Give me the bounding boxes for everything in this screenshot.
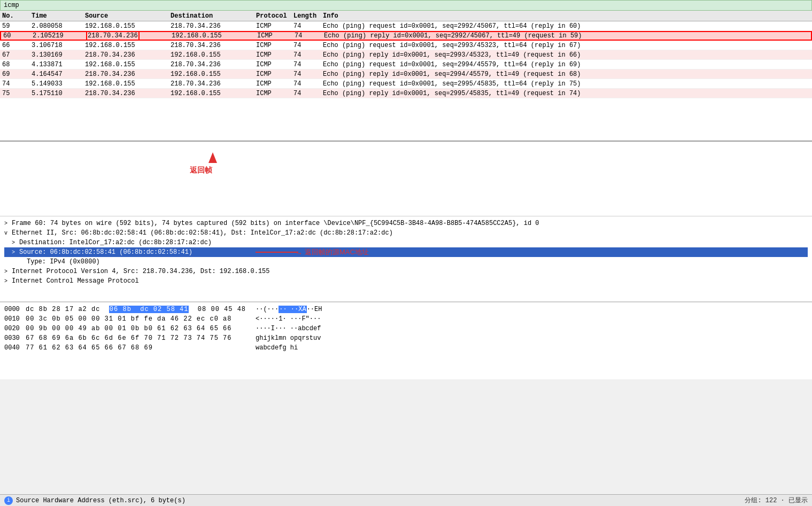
packet-dest: 218.70.34.236 [171, 42, 256, 49]
hex-bytes: dc 8b 28 17 a2 dc 06 8b dc 02 58 41 08 0… [26, 306, 250, 313]
packet-len: 74 [293, 80, 323, 88]
col-header-dest: Destination [171, 12, 256, 20]
expand-arrow[interactable]: > [4, 269, 12, 275]
packet-dest: 192.168.0.155 [171, 51, 256, 59]
expand-arrow[interactable]: > [12, 240, 19, 246]
hex-offset: 0030 [4, 334, 26, 342]
hex-rows: 0000 dc 8b 28 17 a2 dc 06 8b dc 02 58 41… [4, 305, 808, 353]
table-header: No. Time Source Destination Protocol Len… [0, 11, 812, 21]
packet-time: 4.164547 [32, 71, 85, 78]
packet-len: 74 [293, 22, 323, 30]
packet-dest: 218.70.34.236 [171, 80, 256, 88]
table-row[interactable]: 74 5.149033 192.168.0.155 218.70.34.236 … [0, 79, 812, 89]
packet-len: 74 [293, 61, 323, 68]
packet-rows: 59 2.080058 192.168.0.155 218.70.34.236 … [0, 21, 812, 98]
annotation-area: 返回帧 [0, 142, 812, 216]
detail-text: Ethernet II, Src: 06:8b:dc:02:58:41 (06:… [12, 229, 808, 237]
packet-len: 74 [293, 90, 323, 97]
packet-source: 192.168.0.155 [85, 22, 171, 30]
detail-row[interactable]: vEthernet II, Src: 06:8b:dc:02:58:41 (06… [4, 228, 808, 238]
hex-row: 0020 00 9b 00 00 49 ab 00 01 0b b0 61 62… [4, 324, 808, 333]
table-row[interactable]: 69 4.164547 218.70.34.236 192.168.0.155 … [0, 69, 812, 79]
detail-row[interactable]: >Source: 06:8b:dc:02:58:41 (06:8b:dc:02:… [4, 247, 808, 257]
detail-row[interactable]: >Frame 60: 74 bytes on wire (592 bits), … [4, 219, 808, 228]
packet-time: 2.080058 [32, 22, 85, 30]
hex-bytes: 77 61 62 63 64 65 66 67 68 69 [26, 344, 250, 352]
hex-offset: 0010 [4, 315, 26, 323]
col-header-time: Time [32, 12, 85, 20]
detail-panel: >Frame 60: 74 bytes on wire (592 bits), … [0, 216, 812, 302]
table-row[interactable]: 60 2.105219 218.70.34.236 192.168.0.155 … [0, 31, 812, 41]
packet-len: 74 [293, 51, 323, 59]
col-header-info: Info [323, 12, 810, 20]
annotation-container: 返回帧 [0, 142, 812, 216]
hex-ascii: ··(····· ··XA··EH [250, 306, 322, 313]
mac-annotation: →返回帧的源MAC地址 [256, 247, 369, 257]
col-header-no: No. [2, 12, 32, 20]
hex-offset: 0000 [4, 306, 26, 313]
hex-bytes: 00 3c 0b 05 00 00 31 01 bf fe da 46 22 e… [26, 315, 250, 323]
hex-row: 0010 00 3c 0b 05 00 00 31 01 bf fe da 46… [4, 314, 808, 324]
detail-rows: >Frame 60: 74 bytes on wire (592 bits), … [4, 219, 808, 286]
detail-text: Internet Control Message Protocol [12, 277, 808, 285]
status-bar: i Source Hardware Address (eth.src), 6 b… [0, 494, 812, 506]
expand-arrow[interactable]: v [4, 230, 12, 236]
packet-no: 68 [2, 61, 32, 68]
detail-row[interactable]: Type: IPv4 (0x0800) [4, 257, 808, 267]
packet-proto: ICMP [256, 90, 293, 97]
hex-row: 0000 dc 8b 28 17 a2 dc 06 8b dc 02 58 41… [4, 305, 808, 314]
expand-arrow[interactable]: > [12, 250, 19, 255]
hex-offset: 0040 [4, 344, 26, 352]
packet-dest: 218.70.34.236 [171, 61, 256, 68]
hex-ascii: <·····1· ···F"··· [250, 315, 321, 323]
packet-time: 5.149033 [32, 80, 85, 88]
packet-source: 218.70.34.236 [85, 71, 171, 78]
packet-proto: ICMP [256, 22, 293, 30]
packet-time: 3.130169 [32, 51, 85, 59]
table-row[interactable]: 68 4.133871 192.168.0.155 218.70.34.236 … [0, 60, 812, 69]
packet-no: 66 [2, 42, 32, 49]
packet-source: 192.168.0.155 [85, 42, 171, 49]
detail-row[interactable]: >Destination: IntelCor_17:a2:dc (dc:8b:2… [4, 238, 808, 247]
table-row[interactable]: 66 3.106718 192.168.0.155 218.70.34.236 … [0, 41, 812, 50]
packet-time: 3.106718 [32, 42, 85, 49]
hex-highlight: 06 8b dc 02 58 41 [109, 306, 189, 313]
table-row[interactable]: 75 5.175110 218.70.34.236 192.168.0.155 … [0, 89, 812, 98]
table-row[interactable]: 67 3.130169 218.70.34.236 192.168.0.155 … [0, 50, 812, 60]
expand-arrow[interactable]: > [4, 278, 12, 284]
hex-row: 0040 77 61 62 63 64 65 66 67 68 69 wabcd… [4, 343, 808, 353]
packet-dest: 192.168.0.155 [171, 71, 256, 78]
packet-list[interactable]: No. Time Source Destination Protocol Len… [0, 11, 812, 142]
packet-proto: ICMP [256, 80, 293, 88]
packet-no: 59 [2, 22, 32, 30]
packet-info: Echo (ping) request id=0x0001, seq=2995/… [323, 80, 810, 88]
packet-info: Echo (ping) request id=0x0001, seq=2994/… [323, 61, 810, 68]
hex-panel: 0000 dc 8b 28 17 a2 dc 06 8b dc 02 58 41… [0, 302, 812, 379]
detail-row[interactable]: >Internet Protocol Version 4, Src: 218.7… [4, 267, 808, 276]
detail-text: Internet Protocol Version 4, Src: 218.70… [12, 268, 808, 275]
arrow-up-icon [208, 152, 217, 163]
packet-proto: ICMP [256, 61, 293, 68]
source-highlight: 218.70.34.236 [86, 31, 140, 41]
detail-text: Source: 06:8b:dc:02:58:41 (06:8b:dc:02:5… [19, 248, 808, 256]
table-row[interactable]: 59 2.080058 192.168.0.155 218.70.34.236 … [0, 21, 812, 31]
col-header-source: Source [85, 12, 171, 20]
detail-row[interactable]: >Internet Control Message Protocol [4, 276, 808, 286]
packet-info: Echo (ping) request id=0x0001, seq=2993/… [323, 42, 810, 49]
packet-proto: ICMP [256, 71, 293, 78]
packet-no: 75 [2, 90, 32, 97]
expand-arrow[interactable]: > [4, 221, 12, 227]
title-text: icmp [4, 2, 19, 9]
packet-proto: ICMP [256, 42, 293, 49]
col-header-len: Length [293, 12, 323, 20]
packet-dest: 192.168.0.155 [172, 32, 257, 40]
packet-no: 74 [2, 80, 32, 88]
hex-ascii: ····I··· ··abcdef [250, 325, 321, 332]
packet-dest: 218.70.34.236 [171, 22, 256, 30]
packet-source: 218.70.34.236 [85, 90, 171, 97]
detail-text: Destination: IntelCor_17:a2:dc (dc:8b:28… [19, 239, 808, 246]
detail-text: Type: IPv4 (0x0800) [27, 258, 808, 266]
packet-dest: 192.168.0.155 [171, 90, 256, 97]
hex-ascii: ghijklmn opqrstuv [250, 334, 321, 342]
packet-no: 60 [3, 32, 33, 40]
